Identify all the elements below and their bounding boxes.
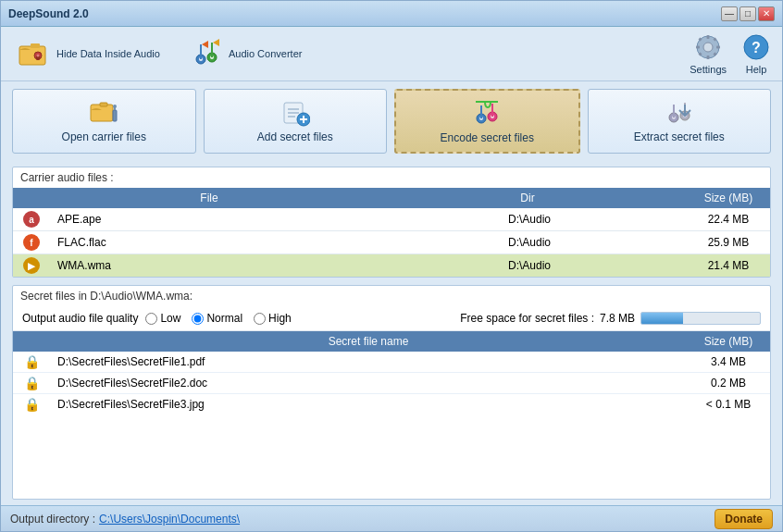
secret-row[interactable]: 🔒 D:\SecretFiles\SecretFile3.jpg < 0.1 M…	[13, 394, 770, 414]
col-secret-size: Size (MB)	[687, 331, 770, 352]
svg-point-4	[37, 55, 40, 57]
hide-data-label: Hide Data Inside Audio	[56, 48, 160, 59]
radio-high-input[interactable]	[254, 313, 266, 325]
svg-rect-10	[211, 43, 213, 57]
svg-text:?: ?	[752, 40, 761, 56]
toolbar-help[interactable]: ? Help	[741, 32, 771, 75]
svg-rect-25	[113, 110, 117, 121]
statusbar: Output directory : C:\Users\Jospin\Docum…	[1, 505, 782, 531]
encode-secret-icon	[472, 98, 502, 128]
toolbar-hide-data[interactable]: Hide Data Inside Audio	[12, 33, 166, 74]
free-space: Free space for secret files : 7.8 MB	[460, 312, 761, 325]
radio-low-label: Low	[160, 312, 180, 325]
minimize-button[interactable]: —	[721, 6, 738, 21]
encode-secret-label: Encode secret files	[441, 131, 534, 144]
maximize-button[interactable]: □	[740, 6, 756, 21]
radio-high[interactable]: High	[254, 312, 292, 325]
donate-button[interactable]: Donate	[715, 509, 773, 529]
svg-rect-40	[491, 104, 493, 117]
extract-secret-icon	[665, 97, 694, 127]
hide-data-icon	[18, 37, 51, 70]
secret-filename: D:\SecretFiles\SecretFile2.doc	[50, 377, 687, 390]
secret-filesize: < 0.1 MB	[687, 398, 770, 411]
action-bar: Open carrier files Add secret files	[1, 81, 782, 161]
row-icon: a	[13, 211, 50, 228]
svg-rect-14	[707, 56, 710, 59]
svg-rect-43	[673, 105, 675, 118]
window-title: DeepSound 2.0	[8, 7, 89, 20]
row-icon: f	[13, 234, 50, 251]
col-dir: Dir	[368, 188, 687, 208]
row-dir: D:\Audio	[372, 236, 687, 249]
row-icon: ▶	[13, 257, 50, 274]
svg-rect-24	[100, 103, 107, 106]
secret-panel-header: Secret files in D:\Audio\WMA.wma:	[13, 286, 770, 306]
quality-bar: Output audio file quality Low Normal Hig…	[13, 306, 770, 331]
ape-icon: a	[23, 211, 40, 228]
svg-point-27	[113, 105, 117, 108]
radio-high-label: High	[268, 312, 292, 325]
quality-label: Output audio file quality	[22, 312, 138, 325]
row-size: 25.9 MB	[687, 236, 770, 249]
secret-panel: Secret files in D:\Audio\WMA.wma: Output…	[12, 285, 771, 500]
secret-filename: D:\SecretFiles\SecretFile1.pdf	[50, 355, 687, 368]
row-size: 21.4 MB	[687, 259, 770, 272]
radio-normal-input[interactable]	[192, 313, 204, 325]
row-dir: D:\Audio	[372, 213, 687, 226]
encode-secret-button[interactable]: Encode secret files	[394, 89, 580, 154]
col-size: Size (MB)	[687, 188, 770, 208]
free-space-label: Free space for secret files :	[460, 312, 594, 325]
svg-point-12	[703, 43, 713, 52]
main-content: Carrier audio files : File Dir Size (MB)…	[1, 161, 782, 505]
radio-group: Low Normal High	[145, 312, 291, 325]
toolbar-audio-converter[interactable]: Audio Converter	[184, 33, 308, 74]
extract-secret-label: Extract secret files	[634, 130, 725, 143]
svg-rect-23	[91, 105, 113, 121]
col-file: File	[50, 188, 368, 208]
carrier-table: File Dir Size (MB) a APE.ape D:\Audio 22…	[13, 188, 770, 277]
col-secret-name: Secret file name	[50, 331, 687, 352]
col-icon	[13, 188, 50, 208]
wma-icon: ▶	[23, 257, 40, 274]
extract-secret-button[interactable]: Extract secret files	[588, 89, 772, 154]
toolbar-settings[interactable]: Settings	[690, 32, 727, 75]
progress-bar-fill	[641, 313, 683, 324]
add-secret-button[interactable]: Add secret files	[204, 89, 388, 154]
free-space-progress	[640, 312, 761, 325]
settings-label: Settings	[690, 64, 727, 75]
close-button[interactable]: ✕	[758, 6, 775, 21]
secret-filesize: 3.4 MB	[687, 355, 770, 368]
titlebar: DeepSound 2.0 — □ ✕	[1, 1, 782, 27]
open-carrier-label: Open carrier files	[62, 130, 146, 143]
flac-icon: f	[23, 234, 40, 251]
table-row[interactable]: a APE.ape D:\Audio 22.4 MB	[13, 208, 770, 231]
col-icon	[13, 331, 50, 352]
open-carrier-button[interactable]: Open carrier files	[12, 89, 196, 154]
radio-low[interactable]: Low	[145, 312, 180, 325]
svg-rect-16	[716, 46, 720, 49]
secret-table-header: Secret file name Size (MB)	[13, 331, 770, 352]
svg-rect-1	[31, 43, 40, 48]
row-file: FLAC.flac	[50, 236, 372, 249]
table-row[interactable]: f FLAC.flac D:\Audio 25.9 MB	[13, 231, 770, 254]
table-row[interactable]: ▶ WMA.wma D:\Audio 21.4 MB	[13, 254, 770, 277]
output-dir-path[interactable]: C:\Users\Jospin\Documents\	[99, 513, 240, 526]
row-dir: D:\Audio	[372, 259, 687, 272]
help-label: Help	[746, 64, 767, 75]
svg-rect-7	[200, 44, 202, 59]
carrier-table-header: File Dir Size (MB)	[13, 188, 770, 208]
radio-low-input[interactable]	[145, 313, 157, 325]
secret-row[interactable]: 🔒 D:\SecretFiles\SecretFile2.doc 0.2 MB	[13, 373, 770, 394]
secret-row[interactable]: 🔒 D:\SecretFiles\SecretFile1.pdf 3.4 MB	[13, 352, 770, 373]
svg-rect-37	[480, 105, 482, 118]
add-secret-icon	[280, 97, 310, 127]
radio-normal[interactable]: Normal	[192, 312, 242, 325]
secret-filesize: 0.2 MB	[687, 377, 770, 390]
free-space-value: 7.8 MB	[600, 312, 635, 325]
audio-converter-label: Audio Converter	[229, 48, 303, 59]
carrier-panel: Carrier audio files : File Dir Size (MB)…	[12, 167, 771, 278]
window-controls: — □ ✕	[721, 6, 775, 21]
svg-rect-13	[707, 35, 710, 39]
settings-icon	[693, 32, 723, 62]
toolbar: Hide Data Inside Audio Audio Converter	[1, 27, 782, 81]
